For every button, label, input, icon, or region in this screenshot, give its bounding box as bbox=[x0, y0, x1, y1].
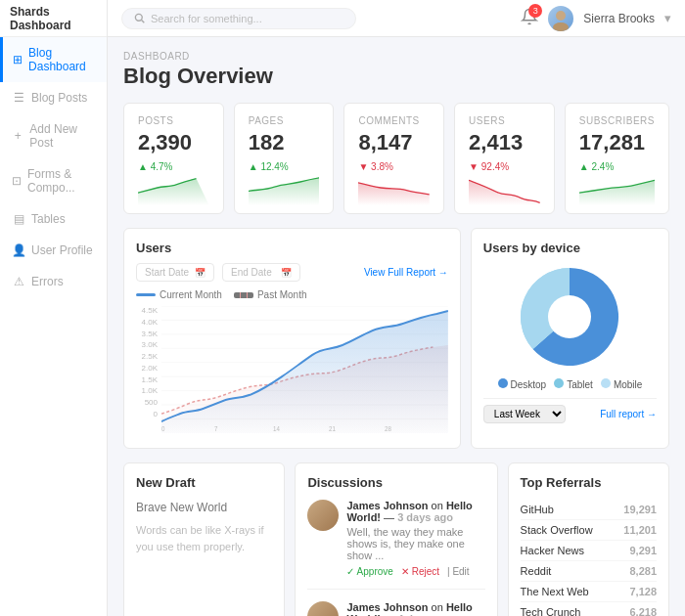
stat-label-4: SUBSCRIBERS bbox=[579, 115, 655, 126]
svg-text:28: 28 bbox=[385, 424, 391, 433]
svg-point-3 bbox=[553, 22, 569, 31]
sidebar-item-forms[interactable]: ⊡ Forms & Compo... bbox=[0, 158, 107, 203]
dashboard-icon: ⊞ bbox=[12, 53, 23, 66]
sidebar-item-user-profile[interactable]: 👤 User Profile bbox=[0, 235, 107, 266]
discussion-header-1: James Johnson on Hello World! — 3 days a… bbox=[346, 500, 484, 523]
chart-footer: Last Week Last Month Full report → bbox=[483, 398, 657, 423]
mini-chart-4 bbox=[579, 176, 655, 205]
ref-count: 6,218 bbox=[629, 606, 657, 616]
full-report-link[interactable]: Full report → bbox=[600, 409, 657, 419]
svg-point-18 bbox=[548, 295, 591, 338]
ref-name: Tech Crunch bbox=[521, 606, 581, 616]
svg-line-1 bbox=[142, 21, 145, 23]
topbar-right: 3 Sierra Brooks ▾ bbox=[521, 6, 671, 31]
ref-name: Stack Overflow bbox=[521, 524, 593, 536]
ref-count: 19,291 bbox=[623, 504, 657, 515]
new-draft-title: New Draft bbox=[136, 475, 272, 490]
page-content: DASHBOARD Blog Overview POSTS 2,390 ▲ 4.… bbox=[108, 37, 685, 616]
discussion-text-1: Well, the way they make shows is, they m… bbox=[346, 526, 484, 561]
period-select[interactable]: Last Week Last Month bbox=[483, 405, 566, 423]
stat-value-0: 2,390 bbox=[138, 130, 209, 155]
notification-bell[interactable]: 3 bbox=[521, 8, 538, 28]
referrals-list: GitHub19,291Stack Overflow11,201Hacker N… bbox=[521, 500, 657, 616]
users-chart-card: Users Start Date 📅 End Date 📅 View Full … bbox=[123, 228, 461, 449]
referral-item: GitHub19,291 bbox=[521, 500, 657, 520]
referral-item: Stack Overflow11,201 bbox=[521, 520, 657, 541]
start-date-placeholder: Start Date bbox=[145, 267, 189, 278]
add-icon: + bbox=[12, 129, 23, 143]
mobile-legend: Mobile bbox=[601, 378, 642, 390]
pie-chart-wrap bbox=[483, 263, 657, 371]
chart-legend: Current Month Past Month bbox=[136, 289, 448, 300]
stat-change-1: ▲ 12.4% bbox=[249, 161, 320, 172]
legend-current-month-label: Current Month bbox=[160, 289, 222, 300]
sidebar-item-tables[interactable]: ▤ Tables bbox=[0, 203, 107, 235]
discussion-content-2: James Johnson on Hello World! — 4 days a… bbox=[346, 601, 484, 616]
referral-item: The Next Web7,128 bbox=[521, 582, 657, 602]
errors-icon: ⚠ bbox=[12, 275, 25, 288]
ref-name: The Next Web bbox=[521, 586, 589, 597]
svg-point-2 bbox=[556, 11, 566, 21]
approve-button-1[interactable]: ✓ Approve bbox=[346, 566, 392, 577]
draft-title-field[interactable] bbox=[136, 501, 272, 514]
sidebar-item-add-post[interactable]: + Add New Post bbox=[0, 113, 107, 158]
discussions-card: Discussions James Johnson on Hello World… bbox=[295, 462, 497, 616]
discussion-actions-1: ✓ Approve ✕ Reject | Edit bbox=[346, 566, 484, 577]
stat-value-1: 182 bbox=[249, 130, 320, 155]
svg-text:0: 0 bbox=[161, 424, 164, 433]
charts-row: Users Start Date 📅 End Date 📅 View Full … bbox=[123, 228, 669, 449]
end-date-input[interactable]: End Date 📅 bbox=[222, 263, 300, 282]
page-title: Blog Overview bbox=[123, 64, 669, 89]
stat-label-0: POSTS bbox=[138, 115, 209, 126]
discussion-time-1: 3 days ago bbox=[397, 511, 453, 523]
new-draft-card: New Draft Words can be like X-rays if yo… bbox=[123, 462, 285, 616]
sidebar-label-forms: Forms & Compo... bbox=[27, 167, 95, 195]
sidebar-label-blog-posts: Blog Posts bbox=[31, 91, 87, 105]
sidebar-item-errors[interactable]: ⚠ Errors bbox=[0, 266, 107, 297]
edit-button-1[interactable]: | Edit bbox=[447, 566, 470, 577]
pie-chart-svg bbox=[516, 263, 623, 371]
legend-current-month: Current Month bbox=[136, 289, 222, 300]
stat-card-users: USERS 2,413 ▼ 92.4% bbox=[454, 103, 555, 214]
mini-chart-3 bbox=[469, 176, 540, 205]
reject-button-1[interactable]: ✕ Reject bbox=[401, 566, 439, 577]
search-box[interactable]: Search for something... bbox=[121, 8, 356, 29]
stat-value-2: 8,147 bbox=[358, 130, 430, 155]
sidebar-item-blog-posts[interactable]: ☰ Blog Posts bbox=[0, 82, 107, 113]
start-date-input[interactable]: Start Date 📅 bbox=[136, 263, 214, 282]
end-date-placeholder: End Date bbox=[231, 267, 272, 278]
discussion-content-1: James Johnson on Hello World! — 3 days a… bbox=[346, 500, 484, 577]
stat-card-pages: PAGES 182 ▲ 12.4% bbox=[234, 103, 335, 214]
stat-change-4: ▲ 2.4% bbox=[579, 161, 655, 172]
app-title: Shards Dashboard bbox=[0, 0, 107, 37]
ref-name: Hacker News bbox=[521, 545, 584, 556]
dropdown-arrow[interactable]: ▾ bbox=[664, 11, 671, 25]
stat-change-0: ▲ 4.7% bbox=[138, 161, 209, 172]
mini-chart-1 bbox=[249, 176, 320, 205]
ref-count: 11,201 bbox=[623, 524, 657, 536]
referrals-title: Top Referrals bbox=[521, 475, 657, 490]
ref-name: GitHub bbox=[521, 504, 554, 515]
svg-text:14: 14 bbox=[273, 424, 280, 433]
discussion-item-2: James Johnson on Hello World! — 4 days a… bbox=[307, 601, 484, 616]
breadcrumb: DASHBOARD bbox=[123, 51, 669, 62]
sidebar-label-add-post: Add New Post bbox=[29, 122, 95, 150]
mini-chart-2 bbox=[358, 176, 430, 205]
search-placeholder: Search for something... bbox=[151, 13, 262, 24]
stat-label-3: USERS bbox=[469, 115, 540, 126]
tables-icon: ▤ bbox=[12, 212, 25, 226]
stat-card-posts: POSTS 2,390 ▲ 4.7% bbox=[123, 103, 224, 214]
sidebar-label-blog-dashboard: Blog Dashboard bbox=[28, 46, 95, 73]
sidebar-label-user-profile: User Profile bbox=[31, 243, 93, 257]
user-avatar bbox=[548, 6, 573, 31]
svg-point-0 bbox=[135, 14, 142, 21]
posts-icon: ☰ bbox=[12, 91, 25, 105]
view-full-report-link[interactable]: View Full Report → bbox=[364, 267, 448, 278]
forms-icon: ⊡ bbox=[12, 174, 22, 188]
ref-count: 8,281 bbox=[629, 565, 657, 577]
user-name: Sierra Brooks bbox=[583, 12, 655, 25]
discussion-author-2: James Johnson bbox=[346, 601, 428, 613]
device-legend: Desktop Tablet Mobile bbox=[483, 378, 657, 390]
sidebar-item-blog-dashboard[interactable]: ⊞ Blog Dashboard bbox=[0, 37, 107, 82]
sidebar: Shards Dashboard ⊞ Blog Dashboard ☰ Blog… bbox=[0, 0, 108, 616]
